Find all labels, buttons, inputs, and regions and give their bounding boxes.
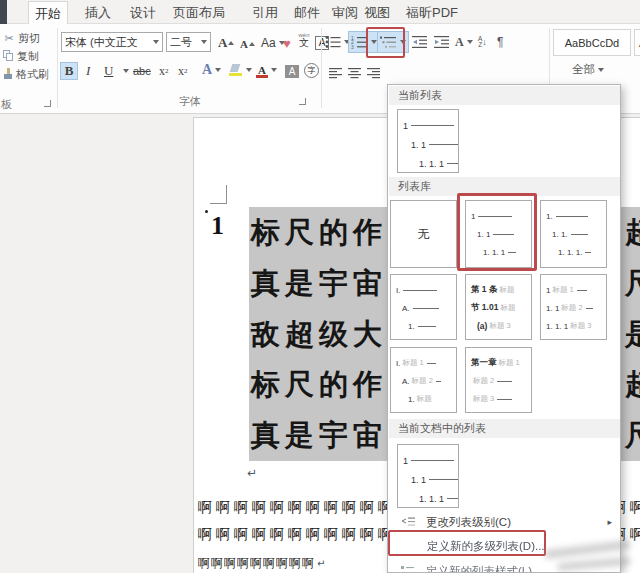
strikethrough-glyph: abc	[133, 65, 151, 77]
increase-indent-icon	[434, 36, 450, 49]
align-left-icon	[329, 68, 343, 79]
font-name-select[interactable]: 宋体 (中文正文	[61, 32, 163, 52]
sort-button[interactable]: AZ ↓	[476, 31, 489, 53]
down-arrow-glyph: ↓	[482, 37, 487, 47]
phonetic-field-button[interactable]: wén 文	[296, 32, 312, 48]
font-color-icon: A	[256, 63, 268, 78]
hanzi-text: 文	[296, 38, 312, 48]
tab-design[interactable]: 设计	[124, 1, 162, 24]
underline-menu-button[interactable]	[118, 62, 131, 80]
superscript-button[interactable]: x2	[176, 62, 190, 80]
text-effects-button[interactable]: A	[200, 61, 223, 79]
cut-button[interactable]: ✂ 剪切	[2, 30, 40, 46]
pilcrow-icon: ¶	[497, 35, 503, 49]
font-size-value: 二号	[170, 35, 198, 50]
section-header-list-library: 列表库	[389, 177, 620, 196]
change-list-level-icon	[401, 516, 416, 528]
font-color-button[interactable]: A	[254, 61, 279, 79]
enclose-characters-button[interactable]: 字	[302, 61, 321, 79]
tab-insert[interactable]: 插入	[79, 1, 117, 24]
menu-item-define-list-style[interactable]: 定义新的列表样式(L)...	[389, 561, 620, 573]
list-style-option-2[interactable]: 11. 11. 1. 1	[465, 200, 532, 268]
align-center-icon	[348, 68, 362, 79]
list-style-option-none[interactable]: 无	[390, 200, 457, 268]
clipboard-group-label: 板	[1, 97, 12, 112]
multilevel-list-dropdown: 当前列表 11. 11. 1. 1 列表库 无11. 11. 1. 11.1. …	[387, 84, 621, 573]
line-break-mark: ↵	[317, 558, 325, 569]
subscript-button[interactable]: x2	[157, 62, 171, 80]
list-style-option-5[interactable]: 第 1 条标题节 1.01标题(a)标题 3	[465, 274, 532, 340]
copy-button[interactable]: 复制	[2, 48, 39, 64]
copy-icon	[2, 50, 14, 62]
numbered-list-icon: 1 2 3	[351, 35, 368, 49]
format-painter-icon	[2, 68, 14, 81]
list-number: 1	[211, 211, 224, 241]
tab-page-layout[interactable]: 页面布局	[167, 1, 231, 24]
show-hide-marks-button[interactable]: ¶	[495, 31, 505, 53]
section-header-current-list: 当前列表	[389, 86, 620, 105]
highlight-color-button[interactable]	[227, 61, 254, 79]
chevron-down-icon	[400, 40, 406, 44]
shrink-font-button[interactable]: A	[238, 35, 257, 53]
underline-button[interactable]: U	[102, 62, 115, 80]
bold-button[interactable]: B	[60, 62, 78, 80]
superscript-n: 2	[184, 67, 188, 75]
menu-item-define-multilevel-list[interactable]: 定义新的多级列表(D)...	[389, 534, 620, 558]
document-list-preview[interactable]: 11. 11. 1. 1	[397, 444, 459, 508]
align-left-button[interactable]	[327, 62, 345, 84]
align-right-button[interactable]	[365, 62, 383, 84]
tab-foxit-pdf[interactable]: 福昕PDF	[400, 1, 464, 24]
increase-indent-button[interactable]	[432, 31, 452, 53]
menu-item-change-list-level[interactable]: 更改列表级别(C) ▸	[389, 512, 620, 532]
multilevel-list-button[interactable]	[377, 31, 409, 53]
styles-filter-dropdown[interactable]: 全部	[572, 62, 604, 77]
tab-view[interactable]: 视图	[358, 1, 396, 24]
list-style-option-8[interactable]: 第一章标题 1标题 2标题 3	[465, 347, 532, 413]
scale-a-glyph: A	[455, 35, 464, 50]
tab-home[interactable]: 开始	[28, 1, 68, 24]
enclosed-char-glyph: 字	[304, 63, 319, 78]
list-style-option-3[interactable]: 1.1. 1.1. 1. 1.	[540, 200, 607, 268]
format-painter-button[interactable]: 格式刷	[2, 66, 49, 82]
chevron-down-icon	[246, 68, 252, 72]
ribbon-tab-bar: 开始插入设计页面布局引用邮件审阅视图福昕PDF	[0, 0, 640, 24]
chevron-down-icon	[215, 68, 221, 72]
strikethrough-button[interactable]: abc	[131, 62, 153, 80]
shrink-font-glyph: A	[240, 38, 248, 50]
format-painter-label: 格式刷	[16, 67, 49, 82]
numbering-button[interactable]: 1 2 3	[348, 31, 380, 53]
chevron-down-icon	[467, 40, 473, 44]
character-shading-button[interactable]: A	[283, 62, 301, 80]
grow-font-glyph: A	[218, 35, 227, 51]
caret-up-icon	[228, 41, 234, 45]
bullet-list-icon	[325, 35, 341, 49]
list-style-option-6[interactable]: 1标题 11. 1标题 21. 1. 1标题 3	[540, 274, 607, 340]
file-menu-edge[interactable]	[0, 0, 7, 24]
grow-font-button[interactable]: A	[216, 34, 236, 52]
chevron-down-icon	[201, 40, 207, 44]
font-dialog-launcher[interactable]	[299, 98, 306, 105]
underline-glyph: U	[104, 63, 113, 79]
tab-references[interactable]: 引用	[246, 1, 284, 24]
font-name-value: 宋体 (中文正文	[65, 35, 150, 50]
list-style-option-4[interactable]: I.A.1.	[390, 274, 457, 340]
style-gallery-item-2[interactable]: Aa	[634, 29, 640, 56]
decrease-indent-button[interactable]	[410, 31, 430, 53]
chevron-down-icon	[153, 40, 159, 44]
italic-button[interactable]: I	[84, 62, 92, 80]
align-center-button[interactable]	[346, 62, 364, 84]
chevron-down-icon	[598, 68, 604, 72]
cut-label: 剪切	[18, 31, 40, 46]
decrease-indent-icon	[412, 36, 428, 49]
character-scaling-button[interactable]: A	[453, 31, 475, 53]
clipboard-dialog-launcher[interactable]	[44, 100, 51, 107]
style-gallery-item-1[interactable]: AaBbCcDd	[553, 29, 631, 56]
tab-mailings[interactable]: 邮件	[288, 1, 326, 24]
body-line-3[interactable]: 啊啊啊啊啊啊啊啊啊↵	[198, 555, 325, 572]
phonetic-guide-icon[interactable]: ♥	[281, 34, 293, 52]
chevron-down-icon	[271, 68, 277, 72]
list-style-option-7[interactable]: I.标题 1A.标题 21.标题	[390, 347, 457, 413]
font-group-label: 字体	[150, 94, 230, 109]
font-size-select[interactable]: 二号	[166, 32, 211, 52]
current-list-preview[interactable]: 11. 11. 1. 1	[397, 109, 459, 173]
